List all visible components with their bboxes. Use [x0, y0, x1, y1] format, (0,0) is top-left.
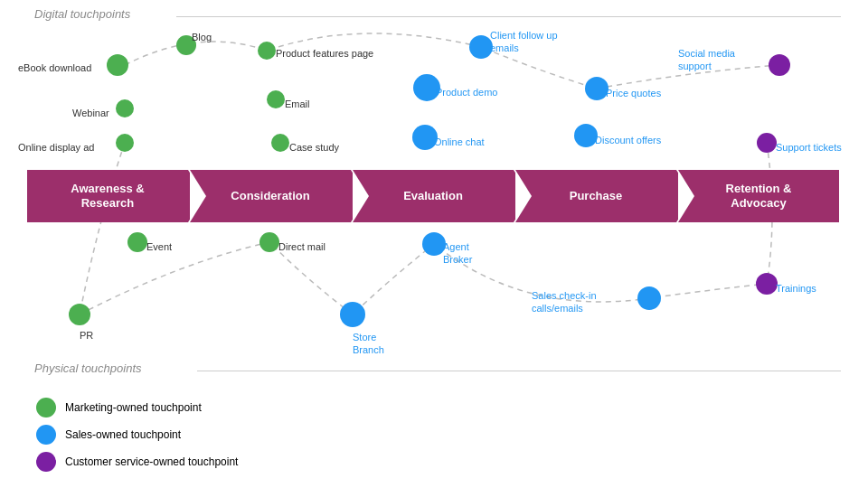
funnel-consideration-label: Consideration: [231, 189, 309, 203]
digital-touchpoints-label: Digital touchpoints: [34, 7, 130, 21]
legend-green-circle: [36, 398, 56, 418]
touchpoint-6: Case study: [271, 134, 289, 152]
touchpoint-label-5: Email: [285, 98, 310, 110]
touchpoint-label-6: Trainings: [776, 282, 816, 295]
touchpoint-label-3: Online display ad: [18, 141, 94, 154]
touchpoint-label-6: Case study: [289, 141, 339, 154]
legend: Marketing-owned touchpoint Sales-owned t…: [36, 398, 238, 472]
legend-customer-service-label: Customer service-owned touchpoint: [65, 455, 238, 468]
touchpoint-circle-5: [267, 90, 285, 108]
touchpoint-4: Agent Broker: [422, 232, 446, 256]
touchpoint-0: Blog: [176, 35, 196, 55]
diagram-container: Digital touchpoints Physical touchpoints…: [0, 0, 868, 488]
funnel-awareness: Awareness &Research: [27, 170, 188, 222]
physical-touchpoints-label: Physical touchpoints: [34, 361, 142, 375]
funnel-purchase: Purchase: [515, 170, 676, 222]
legend-purple-circle: [36, 452, 56, 472]
touchpoint-10: Price quotes: [585, 77, 609, 100]
physical-separator-line: [197, 371, 841, 371]
funnel-row: Awareness &Research Consideration Evalua…: [27, 170, 841, 222]
touchpoint-label-5: Sales check-in calls/emails: [532, 289, 597, 315]
touchpoint-circle-2: [116, 99, 134, 117]
funnel-evaluation: Evaluation: [353, 170, 514, 222]
digital-separator-line: [176, 16, 841, 17]
funnel-purchase-label: Purchase: [570, 189, 623, 203]
touchpoint-label-8: Product demo: [436, 86, 497, 99]
funnel-evaluation-label: Evaluation: [403, 189, 463, 203]
touchpoint-label-13: Support tickets: [776, 141, 842, 154]
touchpoint-circle-4: [258, 42, 276, 60]
touchpoint-circle-13: [757, 133, 777, 153]
touchpoint-1: Direct mail: [259, 232, 279, 252]
touchpoint-label-2: Webinar: [72, 107, 109, 119]
touchpoint-6: Trainings: [756, 273, 778, 295]
touchpoint-circle-6: [756, 273, 778, 295]
touchpoint-2: Webinar: [116, 99, 134, 117]
touchpoint-label-1: eBook download: [18, 61, 91, 74]
touchpoint-1: eBook download: [107, 54, 128, 76]
funnel-consideration: Consideration: [190, 170, 351, 222]
legend-sales-label: Sales-owned touchpoint: [65, 428, 181, 441]
touchpoint-8: Product demo: [413, 74, 440, 101]
touchpoint-3: Online display ad: [116, 134, 134, 152]
touchpoint-9: Online chat: [412, 125, 438, 150]
touchpoint-label-7: Client follow up emails: [490, 29, 558, 55]
legend-marketing-label: Marketing-owned touchpoint: [65, 401, 202, 414]
touchpoint-label-3: Store Branch: [353, 331, 384, 357]
touchpoint-circle-1: [259, 232, 279, 252]
touchpoint-label-11: Discount offers: [595, 134, 661, 146]
touchpoint-0: Event: [127, 232, 147, 252]
touchpoint-7: Client follow up emails: [469, 35, 493, 59]
touchpoint-label-10: Price quotes: [606, 87, 661, 99]
touchpoint-label-4: Product features page: [276, 47, 373, 60]
legend-sales: Sales-owned touchpoint: [36, 425, 238, 445]
touchpoint-4: Product features page: [258, 42, 276, 60]
touchpoint-label-4: Agent Broker: [443, 240, 472, 267]
touchpoint-circle-5: [637, 286, 661, 310]
touchpoint-12: Social media support: [769, 54, 790, 76]
touchpoint-3: Store Branch: [340, 302, 365, 327]
touchpoint-2: PR: [69, 304, 90, 325]
touchpoint-5: Email: [267, 90, 285, 108]
touchpoint-circle-6: [271, 134, 289, 152]
touchpoint-5: Sales check-in calls/emails: [637, 286, 661, 310]
touchpoint-circle-3: [116, 134, 134, 152]
touchpoint-11: Discount offers: [574, 124, 598, 147]
touchpoint-circle-3: [340, 302, 365, 327]
funnel-retention: Retention &Advocacy: [678, 170, 839, 222]
touchpoint-label-1: Direct mail: [278, 240, 326, 253]
touchpoint-circle-1: [107, 54, 128, 76]
touchpoint-label-0: Event: [146, 240, 172, 253]
funnel-awareness-label: Awareness &Research: [71, 182, 144, 210]
touchpoint-circle-2: [69, 304, 90, 325]
touchpoint-label-9: Online chat: [434, 136, 485, 148]
legend-blue-circle: [36, 425, 56, 445]
touchpoint-label-12: Social media support: [678, 47, 735, 73]
funnel-retention-label: Retention &Advocacy: [726, 182, 792, 210]
legend-marketing: Marketing-owned touchpoint: [36, 398, 238, 418]
touchpoint-circle-12: [769, 54, 790, 76]
touchpoint-13: Support tickets: [757, 133, 777, 153]
legend-customer-service: Customer service-owned touchpoint: [36, 452, 238, 472]
touchpoint-circle-0: [127, 232, 147, 252]
touchpoint-label-2: PR: [80, 329, 93, 342]
touchpoint-label-0: Blog: [192, 31, 212, 43]
